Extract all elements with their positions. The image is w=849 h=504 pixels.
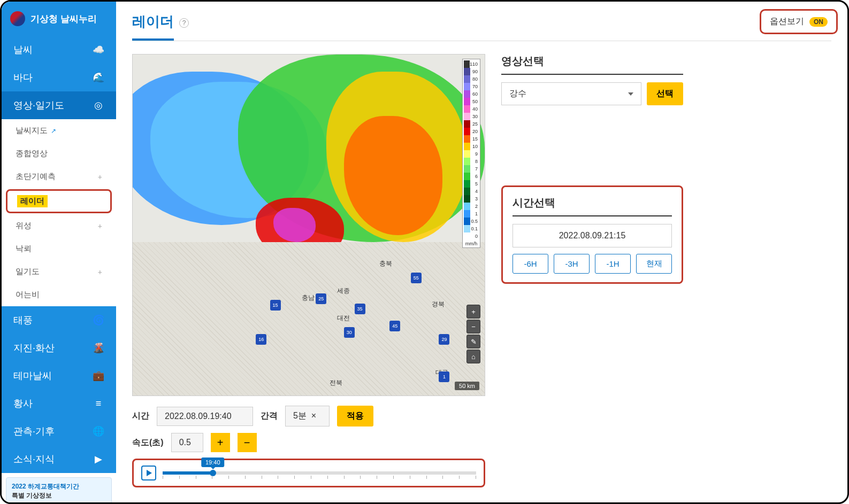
promo-banner[interactable]: 2022 하계교통대책기간 특별 기상정보 — [2, 473, 116, 504]
sub-satellite[interactable]: 위성 + — [2, 214, 116, 237]
city-daejeon: 대전 — [337, 314, 350, 323]
time-select-panel: 시간선택 2022.08.09.21:15 -6H -3H -1H 현재 — [501, 185, 683, 284]
sub-synoptic[interactable]: 일기도 + — [2, 260, 116, 283]
nav-typhoon[interactable]: 태풍 🌀 — [2, 306, 116, 334]
wave-icon: 🌊 — [93, 72, 104, 83]
road-15: 15 — [270, 300, 281, 311]
interval-select[interactable]: 5분 × — [285, 406, 330, 427]
map-legend: 11090807060504030252015109876543210.50.1… — [462, 59, 480, 248]
sub-nowcast[interactable]: 초단기예측 + — [2, 165, 116, 188]
city-sejong: 세종 — [337, 286, 350, 296]
options-toggle[interactable]: ON — [809, 17, 828, 27]
road-30: 30 — [344, 327, 355, 338]
briefcase-icon: 💼 — [93, 370, 104, 382]
page-title: 레이더 — [132, 12, 174, 41]
image-select-dropdown[interactable]: 강수 — [501, 82, 641, 105]
radar-map[interactable]: 충남 충북 세종 대전 경북 대구 전북 15 25 30 35 45 55 2… — [132, 54, 485, 396]
image-select-button[interactable]: 선택 — [647, 82, 683, 105]
time-btn-3h[interactable]: -3H — [554, 254, 590, 274]
image-select-title: 영상선택 — [501, 54, 683, 75]
city-jeonbuk: 전북 — [330, 378, 342, 387]
road-55: 55 — [411, 273, 422, 283]
map-tools: + − ✎ ⌂ — [466, 305, 480, 363]
options-column: 영상선택 강수 선택 시간선택 2022.08.09.21:15 -6H — [501, 54, 683, 487]
page-header: 레이더 ? — [132, 12, 831, 41]
scale-bar: 50 km — [455, 382, 479, 390]
site-header: 기상청 날씨누리 — [2, 2, 116, 36]
road-29: 29 — [439, 334, 449, 345]
speed-input[interactable]: 0.5 — [171, 433, 203, 452]
options-label: 옵션보기 — [770, 16, 804, 27]
sub-radar[interactable]: 레이더 — [17, 194, 101, 208]
time-select-value[interactable]: 2022.08.09.21:15 — [513, 224, 672, 247]
speed-plus-button[interactable]: + — [211, 433, 230, 452]
cloud-sun-icon: ☁️ — [93, 44, 104, 56]
zoom-in-button[interactable]: + — [466, 305, 480, 319]
nav-quake[interactable]: 지진·화산 🌋 — [2, 334, 116, 362]
road-1: 1 — [439, 371, 449, 382]
speed-minus-button[interactable]: − — [238, 433, 257, 452]
city-gyeongbuk: 경북 — [432, 300, 445, 309]
nav-news[interactable]: 소식·지식 ▶ — [2, 445, 116, 473]
road-45: 45 — [389, 321, 400, 331]
city-chungnam: 충남 — [302, 293, 315, 303]
playback-controls: 시간 2022.08.09.19:40 간격 5분 × 적용 속도(초) 0.5… — [132, 406, 485, 487]
globe-icon: 🌐 — [93, 425, 104, 437]
road-16: 16 — [256, 334, 266, 345]
site-title: 기상청 날씨누리 — [30, 13, 97, 25]
nav-dust[interactable]: 황사 ≡ — [2, 390, 116, 417]
logo-icon — [10, 11, 25, 26]
highlight-radar: 레이더 — [6, 189, 112, 213]
dust-icon: ≡ — [93, 398, 104, 409]
nav-observe[interactable]: 관측·기후 🌐 — [2, 417, 116, 445]
time-select-title: 시간선택 — [513, 196, 672, 216]
main-content: 옵션보기 ON 레이더 ? — [116, 2, 847, 502]
external-link-icon: ↗ — [51, 127, 56, 135]
help-icon[interactable]: ? — [179, 18, 189, 28]
home-icon[interactable]: ⌂ — [466, 350, 480, 363]
sub-composite[interactable]: 종합영상 — [2, 142, 116, 165]
sub-nav: 날씨지도 ↗ 종합영상 초단기예측 + 레이더 위성 + 낙뢰 — [2, 119, 116, 306]
edit-icon[interactable]: ✎ — [466, 335, 480, 348]
apply-button[interactable]: 적용 — [337, 406, 373, 427]
map-background — [133, 55, 485, 396]
nav-weather[interactable]: 날씨 ☁️ — [2, 36, 116, 64]
time-btn-1h[interactable]: -1H — [595, 254, 631, 274]
image-select-panel: 영상선택 강수 선택 — [501, 54, 683, 105]
time-input[interactable]: 2022.08.09.19:40 — [157, 407, 253, 426]
zoom-out-button[interactable]: − — [466, 320, 480, 334]
speed-label: 속도(초) — [132, 437, 164, 448]
nav-sea[interactable]: 바다 🌊 — [2, 64, 116, 91]
nav-imagery[interactable]: 영상·일기도 ◎ — [2, 91, 116, 119]
target-icon: ◎ — [93, 99, 104, 111]
volcano-icon: 🌋 — [93, 342, 104, 354]
time-btn-now[interactable]: 현재 — [636, 254, 672, 274]
sub-weather-map[interactable]: 날씨지도 ↗ — [2, 119, 116, 142]
time-btn-6h[interactable]: -6H — [513, 254, 548, 274]
interval-label: 간격 — [261, 410, 278, 422]
options-toggle-box: 옵션보기 ON — [760, 9, 838, 34]
video-icon: ▶ — [93, 453, 104, 465]
timeline-container: 19:40 — [132, 459, 485, 487]
road-25: 25 — [316, 293, 326, 304]
nav-theme[interactable]: 테마날씨 💼 — [2, 362, 116, 390]
road-35: 35 — [355, 304, 365, 314]
sidebar: 기상청 날씨누리 날씨 ☁️ 바다 🌊 영상·일기도 ◎ 날씨지도 ↗ 종합영상… — [2, 2, 116, 502]
timeline-slider[interactable]: 19:40 — [163, 471, 476, 475]
time-label: 시간 — [132, 410, 149, 422]
chevron-down-icon — [628, 92, 633, 96]
sub-lightning[interactable]: 낙뢰 — [2, 237, 116, 260]
typhoon-icon: 🌀 — [93, 314, 104, 326]
city-chungbuk: 충북 — [379, 259, 392, 268]
timeline-badge: 19:40 — [201, 458, 225, 467]
play-button[interactable] — [141, 466, 156, 480]
sub-freezing[interactable]: 어는비 — [2, 283, 116, 306]
